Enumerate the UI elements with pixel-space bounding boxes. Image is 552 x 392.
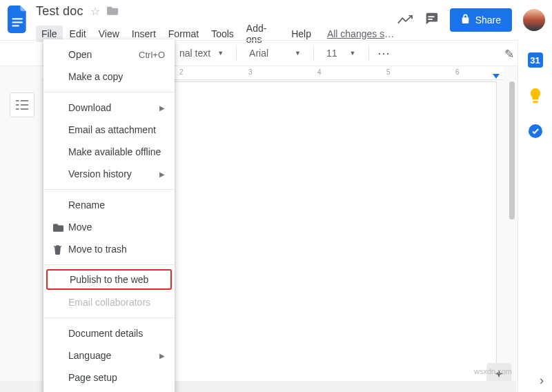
font-family-dropdown[interactable]: Arial▼ xyxy=(245,46,305,60)
calendar-addon-icon[interactable]: 31 xyxy=(528,52,543,68)
share-label: Share xyxy=(475,14,501,26)
attribution-text: wsxdn.com xyxy=(474,367,512,375)
docs-logo[interactable] xyxy=(6,4,30,35)
menu-make-available-offline[interactable]: Make available offline xyxy=(43,141,175,163)
menu-move-to-trash[interactable]: Move to trash xyxy=(43,238,175,260)
submenu-arrow-icon: ▶ xyxy=(159,170,165,178)
side-panel: 31 xyxy=(518,40,552,392)
svg-rect-9 xyxy=(16,108,19,110)
svg-rect-0 xyxy=(12,18,23,19)
document-title[interactable]: Test doc xyxy=(36,4,83,19)
svg-rect-3 xyxy=(428,16,434,17)
right-indent-marker[interactable] xyxy=(493,74,500,79)
svg-rect-2 xyxy=(12,25,19,26)
svg-rect-11 xyxy=(533,101,538,103)
font-size-dropdown[interactable]: 11▼ xyxy=(322,46,360,60)
comments-icon[interactable] xyxy=(424,11,439,30)
submenu-arrow-icon: ▶ xyxy=(159,104,165,112)
folder-icon xyxy=(53,223,68,232)
trash-icon xyxy=(53,244,68,255)
menu-email-attachment[interactable]: Email as attachment xyxy=(43,119,175,141)
save-status[interactable]: All changes sav… xyxy=(327,28,397,39)
vertical-scrollbar[interactable] xyxy=(509,81,516,371)
ruler-tick: 4 xyxy=(317,68,322,76)
menu-publish-to-web[interactable]: Publish to the web xyxy=(46,269,172,290)
svg-rect-5 xyxy=(16,100,19,101)
file-menu-dropdown: Open Ctrl+O Make a copy Download ▶ Email… xyxy=(43,39,175,392)
share-button[interactable]: Share xyxy=(450,8,512,32)
ruler-tick: 3 xyxy=(248,68,253,76)
menu-rename[interactable]: Rename xyxy=(43,194,175,216)
account-avatar[interactable] xyxy=(523,9,545,31)
toolbar-more[interactable]: ⋯ xyxy=(377,46,391,61)
activity-icon[interactable] xyxy=(397,12,413,28)
document-outline-toggle[interactable] xyxy=(10,92,34,117)
menu-make-a-copy[interactable]: Make a copy xyxy=(43,66,175,88)
svg-rect-1 xyxy=(12,21,23,23)
side-panel-collapse-icon[interactable]: › xyxy=(540,373,544,388)
svg-rect-7 xyxy=(16,104,19,106)
svg-rect-10 xyxy=(21,108,28,110)
menu-version-history[interactable]: Version history ▶ xyxy=(43,163,175,185)
menu-document-details[interactable]: Document details xyxy=(43,322,175,344)
paragraph-style-dropdown[interactable]: nal text▼ xyxy=(175,46,228,60)
svg-rect-4 xyxy=(428,19,432,20)
move-folder-icon[interactable] xyxy=(107,6,118,18)
menu-download[interactable]: Download ▶ xyxy=(43,97,175,119)
menu-open[interactable]: Open Ctrl+O xyxy=(43,43,175,66)
menu-print[interactable]: Print Ctrl+P xyxy=(43,389,175,392)
svg-rect-6 xyxy=(21,100,28,101)
tasks-addon-icon[interactable] xyxy=(529,124,542,138)
ruler-tick: 5 xyxy=(386,68,391,76)
menu-email-collaborators: Email collaborators xyxy=(43,291,175,313)
svg-rect-8 xyxy=(21,104,28,106)
submenu-arrow-icon: ▶ xyxy=(159,352,165,360)
menu-move[interactable]: Move xyxy=(43,216,175,238)
menu-language[interactable]: Language ▶ xyxy=(43,344,175,366)
star-icon[interactable]: ☆ xyxy=(90,5,100,18)
keep-addon-icon[interactable] xyxy=(528,88,543,104)
ruler-tick: 6 xyxy=(455,68,460,76)
ruler-tick: 2 xyxy=(179,68,184,76)
menu-page-setup[interactable]: Page setup xyxy=(43,366,175,389)
lock-icon xyxy=(461,14,470,26)
